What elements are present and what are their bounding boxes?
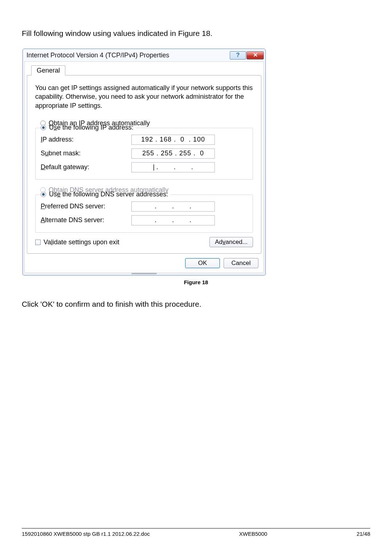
close-button[interactable]: ✕ <box>246 51 264 60</box>
intro-text: Fill following window using values indic… <box>22 29 370 38</box>
footer-right: 21/48 <box>356 531 370 537</box>
general-tab-panel: You can get IP settings assigned automat… <box>27 75 261 254</box>
page-footer: 1592010860 XWEB5000 stp GB r1.1 2012.06.… <box>22 528 370 537</box>
ok-button[interactable]: OK <box>185 258 220 268</box>
validate-label: Validate settings upon exit <box>44 238 119 246</box>
radio-icon <box>41 125 46 130</box>
advanced-button[interactable]: Advanced... <box>209 237 253 247</box>
figure-caption: Figure 18 <box>22 279 370 285</box>
radio-ip-manual[interactable]: Use the following IP address: <box>41 122 136 133</box>
alternate-dns-label: Alternate DNS server: <box>41 216 131 224</box>
ip-address-row: IP address: 192 . 168 . 0 . 100 <box>41 133 248 147</box>
description-text: You can get IP settings assigned automat… <box>35 83 253 110</box>
radio-icon <box>40 187 46 193</box>
radio-dns-manual[interactable]: Use the following DNS server addresses: <box>41 189 170 200</box>
dns-settings-group: Use the following DNS server addresses: … <box>35 195 253 233</box>
resize-grip-icon <box>23 273 265 275</box>
tab-general[interactable]: General <box>31 65 65 76</box>
cancel-button[interactable]: Cancel <box>224 258 258 268</box>
default-gateway-label: Default gateway: <box>41 163 131 171</box>
ip-address-label: IP address: <box>41 136 131 143</box>
help-button[interactable]: ? <box>230 51 246 60</box>
default-gateway-input[interactable]: . . . <box>131 162 215 172</box>
default-gateway-row: Default gateway: . . . <box>41 160 248 174</box>
outro-text: Click 'OK' to confirm and to finish with… <box>22 300 370 309</box>
subnet-mask-label: Subnet mask: <box>41 150 131 157</box>
dialog-client-area: General You can get IP settings assigned… <box>24 61 264 273</box>
subnet-mask-row: Subnet mask: 255 . 255 . 255 . 0 <box>41 147 248 160</box>
radio-ip-manual-label: Use the following IP address: <box>49 124 134 131</box>
preferred-dns-input[interactable]: . . . <box>131 201 215 212</box>
validate-checkbox-row[interactable]: Validate settings upon exit <box>35 237 119 248</box>
footer-center: XWEB5000 <box>239 531 268 537</box>
subnet-mask-input[interactable]: 255 . 255 . 255 . 0 <box>131 148 215 159</box>
dialog-titlebar: Internet Protocol Version 4 (TCP/IPv4) P… <box>23 49 265 61</box>
alternate-dns-row: Alternate DNS server: . . . <box>41 213 248 227</box>
alternate-dns-input[interactable]: . . . <box>131 215 215 225</box>
radio-dns-manual-label: Use the following DNS server addresses: <box>49 191 168 198</box>
preferred-dns-row: Preferred DNS server: . . . <box>41 200 248 213</box>
ip-address-input[interactable]: 192 . 168 . 0 . 100 <box>131 135 215 145</box>
checkbox-icon <box>35 240 41 245</box>
dialog-title: Internet Protocol Version 4 (TCP/IPv4) P… <box>26 52 229 59</box>
preferred-dns-label: Preferred DNS server: <box>41 203 131 210</box>
ip-settings-group: Use the following IP address: IP address… <box>35 128 253 180</box>
footer-left: 1592010860 XWEB5000 stp GB r1.1 2012.06.… <box>22 531 150 537</box>
tcpip-properties-dialog: Internet Protocol Version 4 (TCP/IPv4) P… <box>23 49 266 276</box>
